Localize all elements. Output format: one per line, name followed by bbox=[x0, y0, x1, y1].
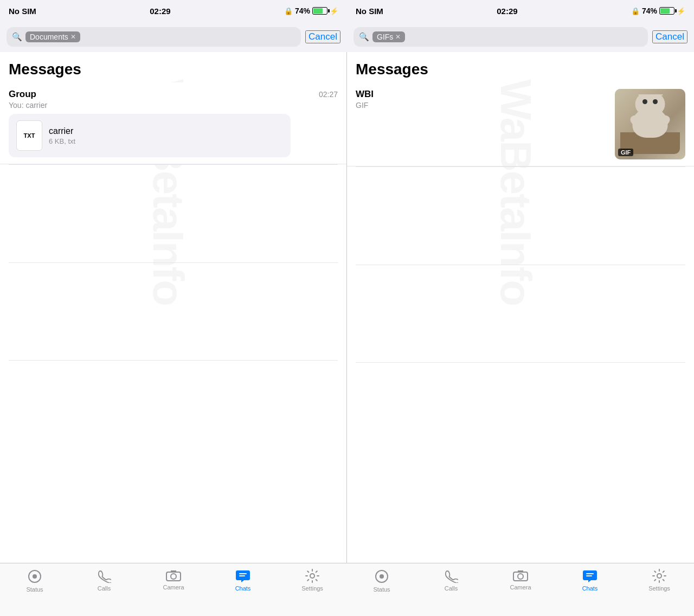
right-calls-icon bbox=[444, 569, 458, 583]
left-time: 02:29 bbox=[150, 7, 170, 16]
right-chat-name: WBI bbox=[356, 89, 608, 100]
left-cancel-button[interactable]: Cancel bbox=[305, 30, 340, 43]
left-doc-info: carrier 6 KB, txt bbox=[49, 126, 75, 145]
right-search-input[interactable] bbox=[408, 33, 642, 42]
left-chat-item-left: Group 02:27 You: carrier TXT carrier 6 K… bbox=[9, 89, 338, 157]
left-search-input[interactable] bbox=[83, 33, 295, 42]
left-tab-item-calls[interactable]: Calls bbox=[69, 569, 139, 592]
right-tab-item-chats[interactable]: Chats bbox=[555, 569, 625, 592]
right-status-bar: No SIM 02:29 🔒 74% ⚡ bbox=[347, 0, 694, 22]
right-settings-icon bbox=[652, 569, 666, 583]
svg-point-8 bbox=[380, 574, 384, 579]
right-carrier: No SIM bbox=[356, 7, 383, 16]
left-battery-icon bbox=[312, 7, 327, 15]
left-search-input-container[interactable]: 🔍 Documents ✕ bbox=[7, 27, 301, 47]
right-time: 02:29 bbox=[497, 7, 517, 16]
left-search-icon: 🔍 bbox=[12, 32, 22, 42]
right-tab-item-settings[interactable]: Settings bbox=[625, 569, 694, 592]
right-chat-preview: GIF bbox=[356, 101, 608, 110]
right-gif-attachment: GIF bbox=[615, 89, 685, 159]
main-content: WaBetaInfo Messages Group 02:27 You: car… bbox=[0, 52, 694, 563]
left-status-right: 🔒 74% ⚡ bbox=[284, 7, 338, 15]
right-panel: WaBetaInfo Messages WBI GIF bbox=[347, 52, 694, 563]
search-bar-row: 🔍 Documents ✕ Cancel 🔍 GIFs ✕ Cancel bbox=[0, 22, 694, 52]
left-status-icon bbox=[27, 569, 42, 584]
left-bolt-icon: ⚡ bbox=[330, 7, 338, 15]
left-filter-tag[interactable]: Documents ✕ bbox=[25, 31, 80, 42]
left-chat-time: 02:27 bbox=[319, 90, 338, 99]
tab-bar: Status Calls Camera Chats bbox=[0, 563, 694, 616]
left-tab-item-status[interactable]: Status bbox=[0, 569, 69, 593]
right-tab-item-status[interactable]: Status bbox=[347, 569, 416, 593]
right-tab-item-calls[interactable]: Calls bbox=[416, 569, 486, 592]
right-status-icon bbox=[374, 569, 389, 584]
left-doc-name: carrier bbox=[49, 126, 75, 136]
right-bolt-icon: ⚡ bbox=[677, 7, 685, 15]
right-panel-content: Messages WBI GIF bbox=[347, 52, 694, 563]
left-filter-tag-label: Documents bbox=[30, 33, 68, 41]
left-tab-half: Status Calls Camera Chats bbox=[0, 563, 347, 616]
right-gif-badge: GIF bbox=[618, 149, 633, 156]
left-empty-1 bbox=[0, 165, 346, 262]
left-filter-tag-close-icon[interactable]: ✕ bbox=[70, 33, 76, 41]
left-doc-meta: 6 KB, txt bbox=[49, 137, 75, 145]
left-doc-icon: TXT bbox=[16, 120, 42, 151]
left-lock-icon: 🔒 bbox=[284, 7, 293, 15]
left-tab-item-camera[interactable]: Camera bbox=[139, 569, 208, 591]
right-camera-icon bbox=[513, 569, 528, 582]
right-filter-tag[interactable]: GIFs ✕ bbox=[372, 31, 405, 42]
svg-point-13 bbox=[657, 574, 661, 578]
left-tab-camera-label: Camera bbox=[163, 584, 184, 591]
right-chat-item[interactable]: WBI GIF bbox=[347, 82, 694, 166]
left-messages-heading: Messages bbox=[0, 52, 346, 82]
left-chat-preview: You: carrier bbox=[9, 101, 338, 110]
left-tab-chats-label: Chats bbox=[235, 585, 251, 592]
right-lock-icon: 🔒 bbox=[631, 7, 640, 15]
left-tab-calls-label: Calls bbox=[98, 585, 111, 592]
left-status-bar: No SIM 02:29 🔒 74% ⚡ bbox=[0, 0, 347, 22]
right-tab-item-camera[interactable]: Camera bbox=[486, 569, 555, 591]
right-empty-2 bbox=[347, 265, 694, 362]
right-tab-settings-label: Settings bbox=[648, 585, 670, 592]
left-empty-2 bbox=[0, 262, 346, 360]
left-tab-settings-label: Settings bbox=[301, 585, 323, 592]
left-carrier: No SIM bbox=[9, 7, 36, 16]
left-settings-icon bbox=[305, 569, 319, 583]
left-panel-content: Messages Group 02:27 You: carrier TXT ca… bbox=[0, 52, 346, 563]
right-tab-chats-label: Chats bbox=[582, 585, 598, 592]
left-chat-name: Group bbox=[9, 89, 36, 100]
right-cancel-button[interactable]: Cancel bbox=[652, 30, 687, 43]
svg-point-3 bbox=[171, 574, 176, 579]
right-empty-1 bbox=[347, 167, 694, 265]
left-calls-icon bbox=[97, 569, 111, 583]
right-status-right: 🔒 74% ⚡ bbox=[631, 7, 685, 15]
svg-point-1 bbox=[33, 574, 37, 579]
left-chats-icon bbox=[235, 569, 250, 583]
right-battery-icon bbox=[659, 7, 674, 15]
svg-point-6 bbox=[310, 574, 314, 578]
right-filter-tag-close-icon[interactable]: ✕ bbox=[395, 33, 401, 41]
right-battery-fill bbox=[660, 8, 670, 14]
right-messages-heading: Messages bbox=[347, 52, 694, 82]
right-chats-icon bbox=[582, 569, 597, 583]
left-tab-status-label: Status bbox=[26, 586, 43, 593]
left-chat-item[interactable]: Group 02:27 You: carrier TXT carrier 6 K… bbox=[0, 82, 346, 164]
right-filter-tag-label: GIFs bbox=[377, 33, 393, 41]
left-tab-item-settings[interactable]: Settings bbox=[278, 569, 347, 592]
right-search-icon: 🔍 bbox=[359, 32, 369, 42]
right-tab-status-label: Status bbox=[373, 586, 390, 593]
left-doc-attachment: TXT carrier 6 KB, txt bbox=[9, 114, 291, 157]
left-search-half: 🔍 Documents ✕ Cancel bbox=[0, 22, 347, 52]
left-panel: WaBetaInfo Messages Group 02:27 You: car… bbox=[0, 52, 347, 563]
right-tab-half: Status Calls Camera Chats bbox=[347, 563, 694, 616]
status-bar-row: No SIM 02:29 🔒 74% ⚡ No SIM 02:29 🔒 74% … bbox=[0, 0, 694, 22]
left-camera-icon bbox=[166, 569, 181, 582]
svg-point-10 bbox=[518, 574, 523, 579]
left-tab-item-chats[interactable]: Chats bbox=[208, 569, 278, 592]
right-battery-pct: 74% bbox=[642, 7, 657, 15]
right-search-input-container[interactable]: 🔍 GIFs ✕ bbox=[354, 27, 648, 47]
right-search-half: 🔍 GIFs ✕ Cancel bbox=[347, 22, 694, 52]
left-chat-header: Group 02:27 bbox=[9, 89, 338, 100]
right-tab-camera-label: Camera bbox=[510, 584, 531, 591]
left-battery-fill bbox=[313, 8, 323, 14]
